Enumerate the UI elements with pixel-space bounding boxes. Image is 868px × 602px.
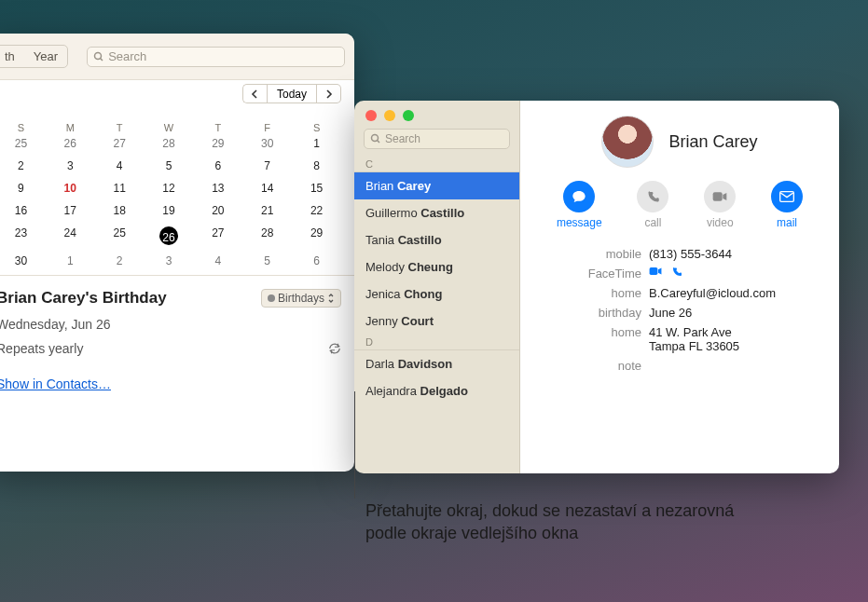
day-cell[interactable]: 20 bbox=[193, 202, 242, 219]
day-cell[interactable]: 5 bbox=[242, 253, 292, 269]
day-cell[interactable]: 29 bbox=[193, 135, 242, 152]
day-cell[interactable]: 11 bbox=[95, 180, 145, 197]
day-cell[interactable]: 26 bbox=[46, 135, 95, 152]
day-cell[interactable]: 6 bbox=[193, 157, 242, 174]
home-email-value[interactable]: B.Careyful@icloud.com bbox=[649, 286, 820, 300]
day-cell[interactable]: 4 bbox=[193, 253, 242, 269]
dow-header: SMTWTFS bbox=[0, 122, 341, 133]
mobile-value[interactable]: (813) 555-3644 bbox=[649, 247, 820, 261]
home-address-value[interactable]: 41 W. Park AveTampa FL 33605 bbox=[649, 325, 820, 353]
calendar-window: th Year Search Today SMTWTFS 25262728293… bbox=[0, 34, 354, 472]
show-in-contacts-link[interactable]: Show in Contacts… bbox=[0, 376, 111, 391]
calendar-popup[interactable]: Birthdays bbox=[261, 289, 341, 308]
list-item[interactable]: Alejandra Delgado bbox=[354, 377, 519, 404]
day-cell[interactable]: 21 bbox=[242, 202, 292, 219]
day-cell[interactable]: 28 bbox=[242, 225, 292, 247]
svg-point-0 bbox=[95, 52, 102, 59]
callout-leader-line bbox=[354, 391, 355, 499]
video-action[interactable]: video bbox=[704, 181, 736, 229]
list-item[interactable]: Guillermo Castillo bbox=[354, 199, 519, 226]
day-cell[interactable]: 1 bbox=[292, 135, 341, 152]
popup-chevrons-icon bbox=[327, 294, 335, 303]
avatar[interactable] bbox=[601, 116, 654, 168]
list-item[interactable]: Melody Cheung bbox=[354, 253, 519, 280]
day-cell[interactable]: 27 bbox=[193, 225, 242, 247]
callout-text: Přetahujte okraj, dokud se nezastaví a n… bbox=[365, 499, 757, 545]
repeat-icon bbox=[328, 342, 341, 355]
list-item[interactable]: Tania Castillo bbox=[354, 226, 519, 253]
zoom-button[interactable] bbox=[403, 110, 414, 121]
day-cell[interactable]: 2 bbox=[0, 157, 46, 174]
today-button[interactable]: Today bbox=[267, 84, 317, 103]
day-cell[interactable]: 17 bbox=[46, 202, 95, 219]
facetime-video-icon bbox=[649, 267, 662, 276]
day-cell[interactable]: 25 bbox=[0, 135, 46, 152]
day-cell[interactable]: 3 bbox=[145, 253, 194, 269]
day-cell[interactable]: 14 bbox=[242, 180, 292, 197]
facetime-audio-icon bbox=[671, 267, 682, 278]
day-cell[interactable]: 12 bbox=[145, 180, 194, 197]
fields: mobile(813) 555-3644 FaceTime homeB.Care… bbox=[539, 244, 820, 376]
contact-name: Brian Carey bbox=[668, 132, 757, 152]
facetime-value[interactable] bbox=[649, 267, 820, 280]
prev-button[interactable] bbox=[242, 84, 267, 103]
message-action[interactable]: message bbox=[557, 181, 602, 229]
day-cell[interactable]: 5 bbox=[145, 157, 194, 174]
day-cell[interactable]: 19 bbox=[145, 202, 194, 219]
day-cell[interactable]: 27 bbox=[95, 135, 145, 152]
day-cell[interactable]: 13 bbox=[193, 180, 242, 197]
list-item[interactable]: Jenny Court bbox=[354, 308, 519, 335]
calendar-toolbar: th Year Search bbox=[0, 34, 354, 80]
day-cell[interactable]: 22 bbox=[292, 202, 341, 219]
event-repeat: Repeats yearly bbox=[0, 341, 83, 356]
day-cell[interactable]: 29 bbox=[292, 225, 341, 247]
close-button[interactable] bbox=[365, 110, 377, 121]
day-cell[interactable]: 3 bbox=[46, 157, 95, 174]
day-cell[interactable]: 30 bbox=[0, 253, 46, 269]
day-cell[interactable]: 16 bbox=[0, 202, 46, 219]
event-inspector: Brian Carey's Birthday Birthdays Wednesd… bbox=[0, 275, 354, 401]
minimize-button[interactable] bbox=[384, 110, 395, 121]
list-item[interactable]: Darla Davidson bbox=[354, 350, 519, 377]
day-cell[interactable]: 9 bbox=[0, 180, 46, 197]
day-cell[interactable]: 8 bbox=[292, 157, 341, 174]
list-item[interactable]: Brian Carey bbox=[354, 172, 519, 199]
contacts-list[interactable]: CBrian CareyGuillermo CastilloTania Cast… bbox=[354, 157, 519, 473]
section-header: C bbox=[354, 157, 519, 172]
day-cell[interactable]: 4 bbox=[95, 157, 145, 174]
list-item[interactable]: Jenica Chong bbox=[354, 280, 519, 308]
search-placeholder: Search bbox=[108, 49, 146, 63]
contact-detail: Brian Carey message call video mail mobi… bbox=[520, 101, 839, 473]
day-cell[interactable]: 26 bbox=[145, 225, 194, 247]
day-cell[interactable]: 1 bbox=[46, 253, 95, 269]
days-grid[interactable]: 2526272829301234567891011121314151617181… bbox=[0, 135, 341, 269]
day-cell[interactable]: 6 bbox=[292, 253, 341, 269]
contacts-window: Search CBrian CareyGuillermo CastilloTan… bbox=[354, 101, 839, 473]
day-cell[interactable]: 30 bbox=[242, 135, 292, 152]
contacts-search-field[interactable]: Search bbox=[364, 129, 510, 149]
view-segmented-control[interactable]: th Year bbox=[0, 45, 68, 68]
day-cell[interactable]: 23 bbox=[0, 225, 46, 247]
tab-month[interactable]: th bbox=[0, 46, 24, 67]
day-cell[interactable]: 10 bbox=[46, 180, 95, 197]
tab-year[interactable]: Year bbox=[24, 46, 67, 67]
day-cell[interactable]: 7 bbox=[242, 157, 292, 174]
day-cell[interactable]: 24 bbox=[46, 225, 95, 247]
day-cell[interactable]: 28 bbox=[145, 135, 194, 152]
day-cell[interactable]: 15 bbox=[292, 180, 341, 197]
calendar-search-field[interactable]: Search bbox=[87, 47, 345, 67]
next-button[interactable] bbox=[317, 84, 341, 103]
note-value[interactable] bbox=[649, 359, 820, 373]
desktop: th Year Search Today SMTWTFS 25262728293… bbox=[0, 0, 868, 602]
section-header: D bbox=[354, 335, 519, 350]
svg-line-3 bbox=[378, 141, 380, 144]
window-controls bbox=[354, 101, 519, 127]
event-date: Wednesday, Jun 26 bbox=[0, 317, 110, 332]
svg-point-2 bbox=[372, 135, 379, 142]
mail-action[interactable]: mail bbox=[771, 181, 803, 229]
call-action[interactable]: call bbox=[637, 181, 668, 229]
day-cell[interactable]: 18 bbox=[95, 202, 145, 219]
day-cell[interactable]: 25 bbox=[95, 225, 145, 247]
birthday-value: June 26 bbox=[649, 306, 820, 320]
day-cell[interactable]: 2 bbox=[95, 253, 145, 269]
